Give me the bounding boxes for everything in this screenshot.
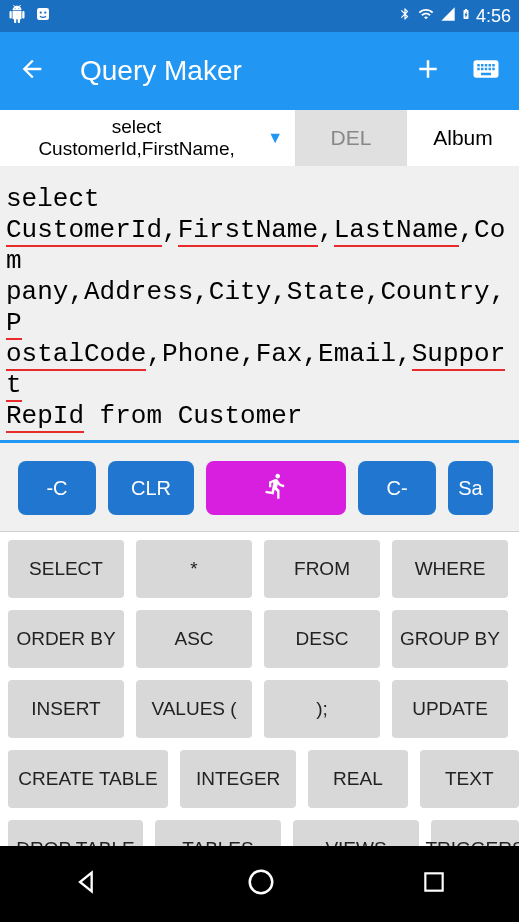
android-icon: [8, 5, 26, 28]
nav-home-button[interactable]: [246, 867, 276, 901]
minus-c-button[interactable]: -C: [18, 461, 96, 515]
update-keyword-button[interactable]: UPDATE: [392, 680, 508, 738]
c-minus-button[interactable]: C-: [358, 461, 436, 515]
text-keyword-button[interactable]: TEXT: [420, 750, 519, 808]
desc-keyword-button[interactable]: DESC: [264, 610, 380, 668]
nav-recent-button[interactable]: [421, 869, 447, 899]
integer-keyword-button[interactable]: INTEGER: [180, 750, 296, 808]
page-title: Query Maker: [80, 55, 385, 87]
bluetooth-icon: [398, 5, 412, 28]
keyword-row-1: SELECT * FROM WHERE: [8, 540, 519, 598]
star-keyword-button[interactable]: *: [136, 540, 252, 598]
closeparen-keyword-button[interactable]: );: [264, 680, 380, 738]
debug-icon: [34, 5, 52, 28]
status-time: 4:56: [476, 6, 511, 27]
nav-bar: [0, 846, 519, 922]
back-button[interactable]: [18, 55, 46, 87]
groupby-keyword-button[interactable]: GROUP BY: [392, 610, 508, 668]
action-row: -C CLR C- Sa: [0, 461, 519, 532]
views-keyword-button[interactable]: VIEWS: [293, 820, 419, 846]
wifi-icon: [416, 6, 436, 27]
tables-keyword-button[interactable]: TABLES: [155, 820, 281, 846]
app-bar: Query Maker: [0, 32, 519, 110]
signal-icon: [440, 6, 456, 27]
query-editor[interactable]: select CustomerId,FirstName,LastName,Com…: [0, 166, 519, 443]
svg-rect-4: [425, 873, 442, 890]
keyword-row-2: ORDER BY ASC DESC GROUP BY: [8, 610, 519, 668]
query-dropdown[interactable]: select CustomerId,FirstName, ▼: [0, 110, 295, 166]
run-icon: [262, 472, 290, 505]
svg-point-3: [249, 871, 272, 894]
keyword-row-3: INSERT VALUES ( ); UPDATE: [8, 680, 519, 738]
from-keyword-button[interactable]: FROM: [264, 540, 380, 598]
real-keyword-button[interactable]: REAL: [308, 750, 407, 808]
keyword-row-5: DROP TABLE TABLES VIEWS TRIGGERS: [8, 820, 519, 846]
clear-button[interactable]: CLR: [108, 461, 194, 515]
nav-back-button[interactable]: [73, 868, 101, 900]
svg-point-2: [44, 11, 46, 13]
insert-keyword-button[interactable]: INSERT: [8, 680, 124, 738]
run-button[interactable]: [206, 461, 346, 515]
save-button[interactable]: Sa: [448, 461, 493, 515]
album-tab[interactable]: Album: [407, 110, 519, 166]
values-keyword-button[interactable]: VALUES (: [136, 680, 252, 738]
chevron-down-icon: ▼: [267, 129, 283, 147]
svg-rect-0: [37, 8, 49, 20]
keyboard-button[interactable]: [471, 54, 501, 88]
where-keyword-button[interactable]: WHERE: [392, 540, 508, 598]
orderby-keyword-button[interactable]: ORDER BY: [8, 610, 124, 668]
delete-tab-button[interactable]: DEL: [295, 110, 407, 166]
tabs-row: select CustomerId,FirstName, ▼ DEL Album: [0, 110, 519, 166]
svg-point-1: [40, 11, 42, 13]
keyword-grid: SELECT * FROM WHERE ORDER BY ASC DESC GR…: [0, 532, 519, 846]
battery-icon: [460, 5, 472, 28]
status-bar: 4:56: [0, 0, 519, 32]
keyword-row-4: CREATE TABLE INTEGER REAL TEXT: [8, 750, 519, 808]
select-keyword-button[interactable]: SELECT: [8, 540, 124, 598]
asc-keyword-button[interactable]: ASC: [136, 610, 252, 668]
triggers-keyword-button[interactable]: TRIGGERS: [431, 820, 519, 846]
createtable-keyword-button[interactable]: CREATE TABLE: [8, 750, 168, 808]
dropdown-selected: select CustomerId,FirstName,: [6, 116, 267, 160]
add-button[interactable]: [413, 54, 443, 88]
droptable-keyword-button[interactable]: DROP TABLE: [8, 820, 143, 846]
